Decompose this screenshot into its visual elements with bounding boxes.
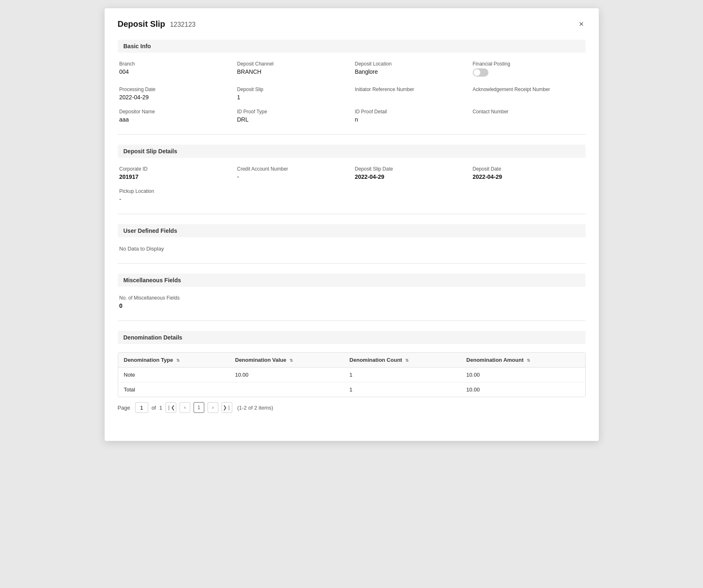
field-label-depositor-name: Depositor Name <box>119 109 231 115</box>
page-label: Page <box>118 405 130 411</box>
field-pickup-location: Pickup Location - <box>119 188 231 202</box>
miscellaneous-fields-grid: No. of Miscellaneous Fields 0 <box>118 295 586 309</box>
field-label-id-proof-detail: ID Proof Detail <box>355 109 466 115</box>
field-label-initiator-ref: Initiator Reference Number <box>355 87 466 92</box>
field-value-deposit-slip-date: 2022-04-29 <box>355 173 466 180</box>
field-deposit-location: Deposit Location Banglore <box>355 61 466 78</box>
field-label-corporate-id: Corporate ID <box>119 166 231 172</box>
field-value-misc-count: 0 <box>119 302 231 309</box>
field-value-id-proof-type: DRL <box>237 116 348 123</box>
of-label: of <box>152 405 156 411</box>
deposit-slip-details-fields: Corporate ID 201917 Credit Account Numbe… <box>118 166 586 202</box>
field-financial-posting: Financial Posting <box>473 61 584 78</box>
basic-info-section: Basic Info Branch 004 Deposit Channel BR… <box>118 40 586 123</box>
field-id-proof-type: ID Proof Type DRL <box>237 109 348 123</box>
field-value-branch: 004 <box>119 68 231 75</box>
field-label-pickup-location: Pickup Location <box>119 188 231 194</box>
cell-type-0: Note <box>118 368 229 382</box>
miscellaneous-fields-section: Miscellaneous Fields No. of Miscellaneou… <box>118 274 586 309</box>
field-processing-date: Processing Date 2022-04-29 <box>119 87 231 101</box>
deposit-slip-details-title: Deposit Slip Details <box>118 145 586 158</box>
divider-2 <box>118 214 586 214</box>
field-deposit-date: Deposit Date 2022-04-29 <box>473 166 584 180</box>
items-info: (1-2 of 2 items) <box>237 405 273 411</box>
field-misc-count: No. of Miscellaneous Fields 0 <box>119 295 231 309</box>
cell-type-1: Total <box>118 382 229 397</box>
denomination-table-header: Denomination Type ⇅ Denomination Value ⇅… <box>118 353 585 368</box>
field-value-pickup-location: - <box>119 196 231 202</box>
denomination-table-container: Denomination Type ⇅ Denomination Value ⇅… <box>118 352 586 397</box>
field-value-deposit-slip: 1 <box>237 94 348 101</box>
field-label-processing-date: Processing Date <box>119 87 231 92</box>
cell-value-1 <box>229 382 344 397</box>
field-value-processing-date: 2022-04-29 <box>119 94 231 101</box>
field-label-contact-number: Contact Number <box>473 109 584 115</box>
field-label-deposit-slip: Deposit Slip <box>237 87 348 92</box>
denomination-table-body: Note 10.00 1 10.00 Total 1 10.00 <box>118 368 585 397</box>
divider-4 <box>118 321 586 321</box>
col-header-value[interactable]: Denomination Value ⇅ <box>229 353 344 368</box>
modal-header: Deposit Slip 1232123 × <box>118 18 586 30</box>
field-acknowledgement-receipt: Acknowledgement Receipt Number <box>473 87 584 101</box>
field-credit-account-number: Credit Account Number - <box>237 166 348 180</box>
col-header-count[interactable]: Denomination Count ⇅ <box>344 353 461 368</box>
no-data-label: No Data to Display <box>118 246 586 252</box>
sort-icon-value: ⇅ <box>290 358 293 363</box>
field-label-branch: Branch <box>119 61 231 67</box>
user-defined-fields-title: User Defined Fields <box>118 224 586 237</box>
financial-posting-toggle[interactable] <box>473 68 488 77</box>
modal-title: Deposit Slip 1232123 <box>118 19 196 29</box>
cell-value-0: 10.00 <box>229 368 344 382</box>
deposit-slip-modal: Deposit Slip 1232123 × Basic Info Branch… <box>105 8 599 441</box>
field-branch: Branch 004 <box>119 61 231 78</box>
divider-1 <box>118 134 586 135</box>
sort-icon-amount: ⇅ <box>527 358 530 363</box>
close-button[interactable]: × <box>577 18 586 30</box>
divider-3 <box>118 263 586 264</box>
cell-count-0: 1 <box>344 368 461 382</box>
denomination-table: Denomination Type ⇅ Denomination Value ⇅… <box>118 353 585 397</box>
deposit-slip-details-section: Deposit Slip Details Corporate ID 201917… <box>118 145 586 202</box>
basic-info-title: Basic Info <box>118 40 586 53</box>
col-header-type[interactable]: Denomination Type ⇅ <box>118 353 229 368</box>
sort-icon-type: ⇅ <box>176 358 180 363</box>
slip-number: 1232123 <box>170 21 196 28</box>
total-pages: 1 <box>159 405 162 411</box>
field-deposit-channel: Deposit Channel BRANCH <box>237 61 348 78</box>
next-page-button[interactable]: › <box>208 402 218 413</box>
first-page-button[interactable]: ❘❮ <box>166 402 176 413</box>
page-number-input[interactable] <box>135 402 148 413</box>
cell-amount-1: 10.00 <box>460 382 585 397</box>
field-id-proof-detail: ID Proof Detail n <box>355 109 466 123</box>
field-value-deposit-date: 2022-04-29 <box>473 173 584 180</box>
prev-page-button[interactable]: ‹ <box>180 402 190 413</box>
pagination: Page of 1 ❘❮ ‹ 1 › ❯❘ (1-2 of 2 items) <box>118 402 586 413</box>
field-initiator-ref: Initiator Reference Number <box>355 87 466 101</box>
cell-amount-0: 10.00 <box>460 368 585 382</box>
table-row: Total 1 10.00 <box>118 382 585 397</box>
field-depositor-name: Depositor Name aaa <box>119 109 231 123</box>
field-value-deposit-channel: BRANCH <box>237 68 348 75</box>
field-label-financial-posting: Financial Posting <box>473 61 584 67</box>
cell-count-1: 1 <box>344 382 461 397</box>
field-deposit-slip: Deposit Slip 1 <box>237 87 348 101</box>
field-corporate-id: Corporate ID 201917 <box>119 166 231 180</box>
field-value-id-proof-detail: n <box>355 116 466 123</box>
miscellaneous-fields-title: Miscellaneous Fields <box>118 274 586 287</box>
basic-info-fields: Branch 004 Deposit Channel BRANCH Deposi… <box>118 61 586 123</box>
field-label-misc-count: No. of Miscellaneous Fields <box>119 295 231 301</box>
user-defined-fields-section: User Defined Fields No Data to Display <box>118 224 586 252</box>
denomination-details-title: Denomination Details <box>118 331 586 344</box>
field-label-id-proof-type: ID Proof Type <box>237 109 348 115</box>
field-label-acknowledgement-receipt: Acknowledgement Receipt Number <box>473 87 584 92</box>
field-contact-number: Contact Number <box>473 109 584 123</box>
col-header-amount[interactable]: Denomination Amount ⇅ <box>460 353 585 368</box>
field-label-deposit-channel: Deposit Channel <box>237 61 348 67</box>
sort-icon-count: ⇅ <box>405 358 409 363</box>
field-label-credit-account-number: Credit Account Number <box>237 166 348 172</box>
last-page-button[interactable]: ❯❘ <box>222 402 232 413</box>
field-value-deposit-location: Banglore <box>355 68 466 75</box>
current-page-button[interactable]: 1 <box>194 402 204 413</box>
field-value-depositor-name: aaa <box>119 116 231 123</box>
field-value-credit-account-number: - <box>237 173 348 180</box>
